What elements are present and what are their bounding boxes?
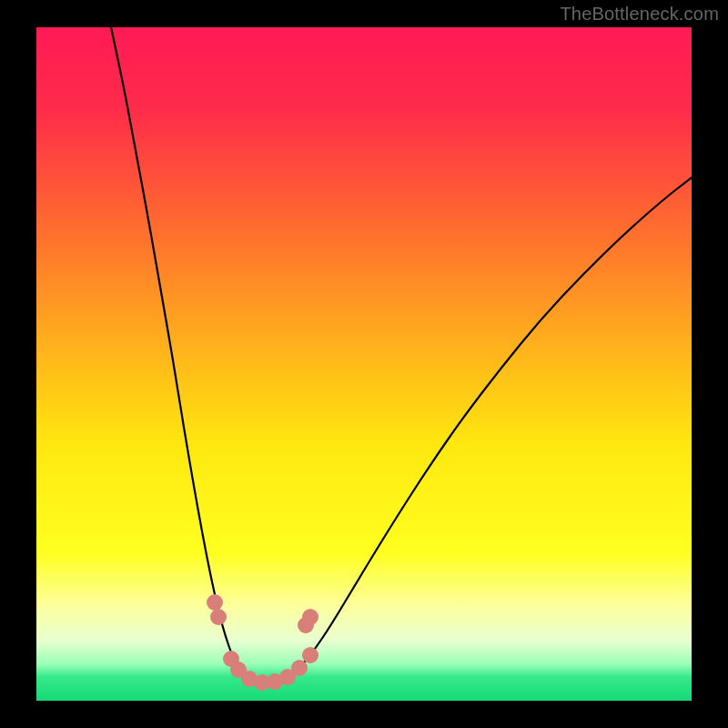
data-marker <box>207 594 223 611</box>
plot-svg <box>36 27 692 701</box>
data-marker <box>291 660 308 676</box>
data-marker <box>302 647 318 663</box>
data-marker <box>210 609 227 625</box>
data-marker <box>302 609 318 625</box>
gradient-bg <box>36 27 692 701</box>
plot-frame <box>36 27 692 701</box>
watermark-text: TheBottleneck.com <box>560 4 719 25</box>
